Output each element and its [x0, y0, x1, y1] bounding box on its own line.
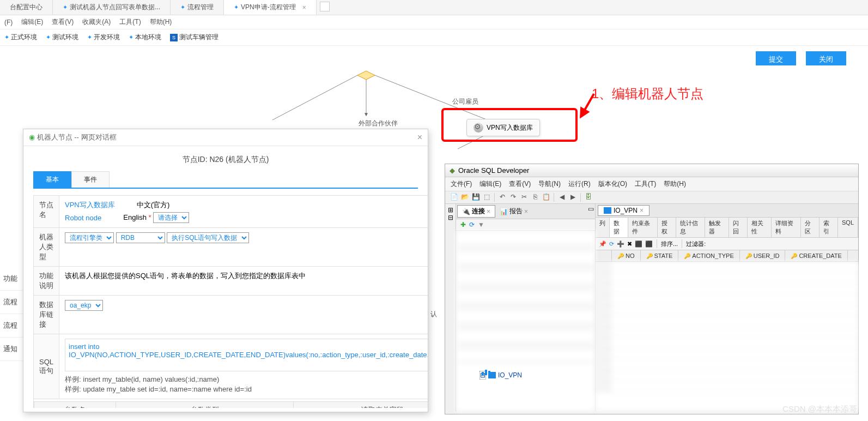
subtab-partition[interactable]: 分区 — [801, 218, 820, 237]
tab-icon: ✦ — [63, 4, 68, 11]
result-tab-iovpn[interactable]: IO_VPN × — [598, 205, 650, 216]
redo-icon[interactable]: ↷ — [509, 193, 518, 202]
tab-event[interactable]: 事件 — [71, 171, 110, 188]
cut-icon[interactable]: ✂ — [520, 193, 529, 202]
rollback-icon[interactable]: ⬛ — [645, 240, 653, 248]
nodename-en[interactable]: Robot node — [65, 214, 101, 222]
col-action[interactable]: 🔑ACTION_TYPE — [678, 250, 739, 261]
sql-textarea[interactable]: insert into IO_VPN(NO,ACTION_TYPE,USER_I… — [65, 339, 428, 371]
sqldev-menu-help[interactable]: 帮助(H) — [664, 179, 686, 189]
menu-view[interactable]: 查看(V) — [52, 17, 74, 27]
subtab-related[interactable]: 相关性 — [748, 218, 772, 237]
dblink-select[interactable]: oa_ekp — [65, 300, 103, 311]
delete-icon[interactable]: ✖ — [627, 240, 632, 248]
tab-test-robot[interactable]: ✦测试机器人节点回写表单数据... — [53, 0, 171, 15]
close-icon[interactable]: × — [302, 4, 306, 11]
sqldev-menu-nav[interactable]: 导航(N) — [538, 179, 561, 189]
subtab-stats[interactable]: 统计信息 — [676, 218, 705, 237]
fwd-icon[interactable]: ▶ — [568, 193, 577, 202]
key-icon: 🔑 — [745, 253, 752, 259]
sort-button[interactable]: 排序... — [661, 240, 678, 248]
undo-icon[interactable]: ↶ — [498, 193, 507, 202]
sqldev-menu-edit[interactable]: 编辑(E) — [479, 179, 501, 189]
lang-zh-label: 中文(官方) — [137, 200, 170, 210]
insert-icon[interactable]: ➕ — [617, 240, 624, 248]
conn-tab[interactable]: 🔌连接 × — [457, 205, 495, 218]
subtab-flashback[interactable]: 闪回 — [729, 218, 748, 237]
tab-vpn-flow[interactable]: ✦VPN申请-流程管理× — [224, 0, 317, 15]
key-icon: 🔑 — [617, 253, 624, 259]
open-icon[interactable]: 📂 — [460, 193, 469, 202]
result-subtabs: 列 数据 约束条件 授权 统计信息 触发器 闪回 相关性 详细资料 分区 索引 … — [596, 218, 858, 238]
robot-type-1[interactable]: 流程引擎类 — [65, 232, 114, 243]
minimize-icon[interactable]: ▭ — [588, 205, 594, 218]
saveall-icon[interactable]: ⬚ — [482, 193, 491, 202]
lang-select[interactable]: 请选择 — [153, 212, 189, 223]
col-paramname: 参数名 — [34, 402, 116, 408]
new-icon[interactable]: 📄 — [450, 193, 458, 202]
col-no[interactable]: 🔑NO — [612, 250, 641, 261]
label-sql: SQL语句 — [34, 334, 59, 399]
col-user[interactable]: 🔑USER_ID — [740, 250, 786, 261]
subtab-sql[interactable]: SQL — [838, 218, 858, 237]
env-dev[interactable]: ✦开发环境 — [87, 33, 120, 42]
subtab-constraint[interactable]: 约束条件 — [628, 218, 657, 237]
menu-tools[interactable]: 工具(T) — [119, 17, 141, 27]
new-tab-button[interactable] — [320, 2, 330, 11]
subtab-index[interactable]: 索引 — [820, 218, 838, 237]
save-icon[interactable]: 💾 — [471, 193, 480, 202]
robot-type-3[interactable]: 执行SQL语句写入数据 — [167, 232, 249, 243]
gutter-icon2[interactable]: ⊟ — [445, 214, 456, 221]
env-test[interactable]: ✦测试环境 — [46, 33, 78, 42]
tab-flow-mgmt[interactable]: ✦流程管理 — [171, 0, 224, 15]
filter-icon[interactable]: ▼ — [478, 221, 484, 228]
commit-icon[interactable]: ⬛ — [635, 240, 642, 248]
menu-fav[interactable]: 收藏夹(A) — [82, 17, 111, 27]
back-icon[interactable]: ◀ — [557, 193, 566, 202]
grid-body[interactable] — [596, 262, 858, 411]
db-icon[interactable]: 🗄 — [584, 193, 593, 202]
refresh-icon[interactable]: ⟳ — [469, 221, 475, 228]
copy-icon[interactable]: ⎘ — [531, 193, 539, 202]
subtab-data[interactable]: 数据 — [610, 218, 628, 237]
watermark: CSDN @本本本添哥 — [782, 404, 857, 414]
dialog-titlebar[interactable]: ◉ 机器人节点 -- 网页对话框 × — [23, 129, 428, 146]
subtab-trigger[interactable]: 触发器 — [705, 218, 729, 237]
menu-file[interactable]: (F) — [4, 19, 13, 26]
sqldev-titlebar[interactable]: ◆ Oracle SQL Developer — [445, 164, 858, 177]
subtab-col[interactable]: 列 — [596, 218, 610, 237]
menu-edit[interactable]: 编辑(E) — [21, 17, 43, 27]
label-nodename: 节点名 — [34, 196, 59, 228]
connection-tree[interactable] — [456, 231, 595, 411]
dialog-close-icon[interactable]: × — [417, 133, 422, 142]
env-prod[interactable]: ✦正式环境 — [4, 33, 37, 42]
refresh-icon[interactable]: ⟳ — [609, 240, 614, 248]
sqldev-menu-version[interactable]: 版本化(O) — [598, 179, 627, 189]
table-icon — [604, 207, 611, 214]
tab-icon: ✦ — [234, 4, 239, 11]
env-local[interactable]: ✦本地环境 — [129, 33, 161, 42]
sqldev-menu-file[interactable]: 文件(F) — [451, 179, 472, 189]
sqldev-menu-run[interactable]: 运行(R) — [568, 179, 591, 189]
key-icon: 🔑 — [791, 253, 797, 259]
subtab-grant[interactable]: 授权 — [658, 218, 676, 237]
col-paramtype: 参数类型 — [116, 402, 294, 408]
sqldev-menu-view[interactable]: 查看(V) — [509, 179, 531, 189]
tab-config-center[interactable]: 台配置中心 — [0, 0, 53, 15]
gutter-icon1[interactable]: ⊞ — [445, 206, 456, 214]
col-create[interactable]: 🔑CREATE_DATE — [785, 250, 847, 261]
tree-item-iovpn[interactable]: ⊟ IO_VPN — [475, 369, 526, 382]
subtab-detail[interactable]: 详细资料 — [772, 218, 800, 237]
add-icon[interactable]: ✚ — [460, 221, 466, 228]
robot-type-2[interactable]: RDB — [116, 232, 165, 243]
env-vehicle[interactable]: S测试车辆管理 — [170, 33, 218, 42]
pin-icon[interactable]: 📌 — [599, 240, 606, 248]
tab-basic[interactable]: 基本 — [33, 171, 71, 188]
col-state[interactable]: 🔑STATE — [641, 250, 679, 261]
nodename-zh[interactable]: VPN写入数据库 — [65, 200, 115, 210]
sqldev-menu-tools[interactable]: 工具(T) — [635, 179, 656, 189]
report-icon: 📊 — [500, 208, 508, 215]
paste-icon[interactable]: 📋 — [542, 193, 550, 202]
report-tab[interactable]: 📊报告 × — [495, 205, 532, 218]
menu-help[interactable]: 帮助(H) — [150, 17, 172, 27]
